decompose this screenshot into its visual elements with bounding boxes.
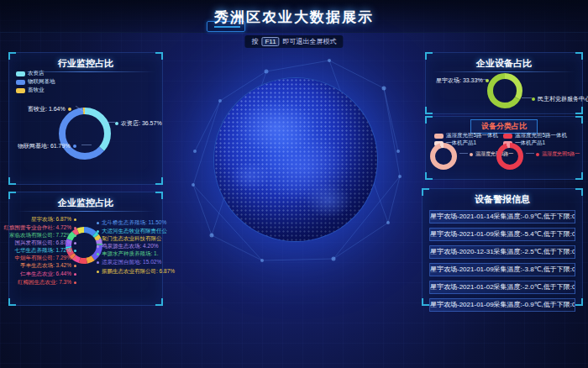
chart-label: 振鹏生态农业有限公司: 6.87%	[97, 268, 175, 276]
panel-device-category: 设备分类占比 温湿度光照5路一体机 一体机产品1 温湿度光照5路一 温湿度光照5…	[425, 116, 583, 180]
chart-label: 温湿度光照5路一	[536, 150, 580, 158]
chart-label: 红旗围蕾专业合作社: 4.72%	[3, 224, 76, 232]
legend-label: 温湿度光照5路一体机	[515, 132, 567, 139]
chart-label: 七华生态养殖场: 1.72%	[14, 247, 76, 255]
panel-title: 企业设备占比	[426, 57, 582, 70]
hint-prefix: 按	[251, 37, 258, 46]
industry-donut-chart[interactable]	[58, 107, 112, 160]
panel-title: 企业监控占比	[9, 197, 162, 209]
page-title: 秀洲区农业大数据展示	[0, 8, 588, 27]
legend-swatch	[16, 80, 25, 85]
chart-label: 北斗桥生态养殖场: 11.50%	[97, 219, 166, 227]
chart-label: 红梅园生态农业: 7.3%	[18, 279, 76, 287]
legend-item[interactable]: 农资店	[16, 70, 45, 77]
panel-title: 设备警报信息	[423, 193, 582, 206]
legend-item[interactable]: 畜牧业	[16, 87, 45, 94]
legend-item[interactable]: 物联网基地	[16, 78, 55, 86]
alarm-row: 星宇农场-2021-01-02采集温度:-2.0℃,低于下限:0℃	[429, 281, 575, 294]
chart-label: 物联网基地: 61.79%	[18, 142, 76, 150]
chart-label: 星宇农场: 33.33%	[436, 76, 489, 85]
divider	[16, 211, 155, 212]
chart-label: 家临农场有限公司: 7.72%	[9, 232, 76, 239]
alarm-list: 星宇农场-2021-01-14采集温度:-0.9℃,低于下限:0℃ 星宇农场-2…	[423, 210, 582, 316]
panel-title: 行业监控占比	[9, 57, 162, 70]
chart-label: 大运河生态牧业有限责任公	[97, 228, 167, 235]
chart-label: 中烟年有限公司: 7.29%	[14, 255, 76, 262]
chart-label: 季丰生态农场: 3.42%	[20, 262, 76, 270]
legend-swatch	[16, 71, 25, 76]
f11-keycap: F11	[261, 37, 279, 46]
alarm-row: 星宇农场-2021-01-09采集温度:-5.4℃,低于下限:0℃	[429, 228, 575, 241]
panel-enterprise-device: 企业设备占比 星宇农场: 33.33% 民主村党群服务中心:	[425, 52, 583, 114]
legend-label: 温湿度光照5路一体机	[446, 132, 498, 139]
legend-swatch	[503, 134, 512, 139]
panel-enterprise-monitor: 企业监控占比 星宇农场: 6.87% 红旗围蕾专业合作社: 4.72% 家临农场…	[8, 192, 163, 306]
alarm-row: 星宇农场-2020-12-31采集温度:-2.5℃,低于下限:0℃	[429, 245, 575, 259]
chart-label: 畜牧业: 1.64%	[28, 105, 71, 113]
chart-label: 仁丰生态农业: 6.44%	[20, 271, 76, 278]
hint-suffix: 即可退出全屏模式	[283, 37, 337, 46]
chart-label: 运泉定国自留地: 15.02%	[97, 259, 161, 266]
chart-label: 星宇农场: 6.87%	[31, 216, 76, 223]
legend-item[interactable]: 温湿度光照5路一体机	[503, 132, 567, 139]
alarm-row: 星宇农场-2021-01-09采集温度:-3.8℃,低于下限:0℃	[429, 263, 575, 276]
panel-industry-monitor: 行业监控占比 农资店 物联网基地 畜牧业 畜牧业: 1.64% 农资店: 36.…	[8, 52, 163, 185]
category-donut-left[interactable]	[429, 142, 458, 171]
legend-swatch	[434, 134, 444, 139]
chart-label: 民主村党群服务中心:	[532, 95, 588, 103]
chart-label: 丰源水产种质养殖场: 1.	[97, 250, 159, 258]
legend-label: 畜牧业	[28, 87, 45, 94]
legend-item[interactable]: 温湿度光照5路一体机	[434, 132, 498, 139]
alarm-row: 星宇农场-2021-01-14采集温度:-0.9℃,低于下限:0℃	[429, 210, 575, 223]
device-donut-chart[interactable]	[486, 72, 523, 109]
fullscreen-hint: 按 F11 即可退出全屏模式	[244, 35, 343, 48]
legend-swatch	[16, 88, 25, 93]
category-donut-right[interactable]	[496, 142, 524, 171]
chart-label: 聚门生态农业科技有限公	[97, 235, 162, 243]
dashboard: 秀洲区农业大数据展示 按 F11 即可退出全屏模式 行业监控占比 农资店	[0, 0, 588, 368]
header: 秀洲区农业大数据展示	[0, 0, 588, 33]
alarm-row: 星宇农场-2021-01-09采集温度:-0.9℃,低于下限:0℃	[429, 298, 575, 312]
chart-label: 国兴发有限公司: 6.87%	[14, 239, 76, 247]
globe-visualization	[214, 78, 377, 241]
chart-label: 鸣泉源生态农场: 4.20%	[97, 243, 159, 250]
legend-label: 农资店	[28, 70, 45, 77]
legend-label: 物联网基地	[28, 78, 55, 86]
chart-label: 农资店: 36.57%	[115, 119, 162, 128]
panel-alarms: 设备警报信息 星宇农场-2021-01-14采集温度:-0.9℃,低于下限:0℃…	[422, 188, 583, 306]
